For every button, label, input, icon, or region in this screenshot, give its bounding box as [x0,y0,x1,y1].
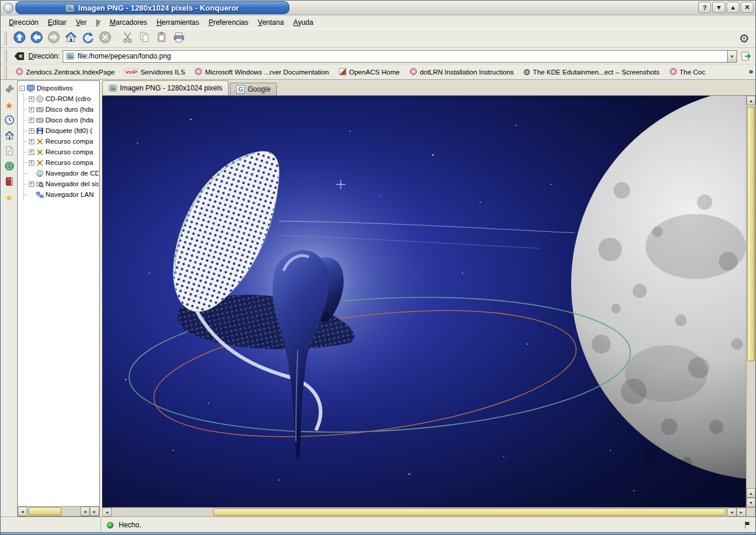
tree-item-hdd2[interactable]: + Disco duro (hda [24,115,99,125]
bookmark-the-coc[interactable]: The Coc [664,67,710,77]
menu-preferencias[interactable]: Preferencias [204,17,253,28]
sidebar-network-button[interactable] [3,161,15,173]
image-viewport[interactable] [102,96,746,507]
menu-ayuda[interactable]: Ayuda [289,17,318,28]
expander-icon[interactable]: + [29,128,34,134]
cut-button[interactable] [119,30,136,47]
location-input[interactable]: file:/home/pepesan/fondo.png [63,50,727,63]
menu-marcadores[interactable]: Marcadores [105,17,152,28]
cut-icon [121,31,134,46]
scroll-thumb[interactable] [213,508,726,516]
back-button[interactable] [28,30,45,47]
shared-resource-icon [36,148,44,156]
menu-direccion[interactable]: Dirección [4,17,43,28]
bookmark-servidores-ils[interactable]: VoIP Servidores ILS [119,69,190,76]
tab-google[interactable]: G Google [230,83,277,95]
sidebar-services-button[interactable]: ★ [3,192,15,204]
bookmark-kde-edutainment[interactable]: ⚙ The KDE Edutainmen...ect -- Screenshot… [519,68,664,76]
minimize-button[interactable]: ▾ [712,2,725,13]
expander-icon[interactable]: + [29,107,34,112]
expander-icon[interactable]: + [29,160,34,166]
scroll-left-button[interactable]: ◄ [18,507,27,516]
expander-icon[interactable]: + [29,96,34,102]
menu-ir[interactable]: Ir [91,17,105,28]
scroll-track[interactable] [747,105,755,488]
bookmarksbar-grip[interactable] [4,65,7,79]
tree-item-system-browser[interactable]: + Navegador del sis [24,179,99,189]
tree-horizontal-scrollbar: ◄ ◄ ► [18,506,99,516]
maximize-button[interactable]: ▴ [726,2,739,13]
stop-button[interactable] [96,30,113,47]
tree-item-floppy[interactable]: + Disquete (fd0) ( [24,125,99,136]
bookmark-openacs[interactable]: OpenACS Home [334,67,405,77]
window-menu-button[interactable] [4,3,14,13]
tree-root-dispositivos[interactable]: - Dispositivos [19,83,99,93]
up-button[interactable] [11,30,28,47]
sidebar-root-button[interactable] [3,176,15,189]
toolbar-grip[interactable] [4,31,7,46]
kde-gear-logo-icon[interactable]: ⚙ [739,33,750,44]
bookmark-zendocs[interactable]: Zendocs.Zentrack.IndexPage [11,67,119,77]
scroll-thumb[interactable] [28,507,61,515]
paste-button[interactable] [153,30,170,47]
scroll-left-button[interactable]: ◄ [102,508,112,517]
menu-editar[interactable]: Editar [43,17,71,28]
expander-icon[interactable]: + [29,181,34,187]
window-title: Imagen PNG - 1280x1024 pixels - Konquero… [78,4,239,12]
forward-button[interactable] [45,30,62,47]
tree-item-share3[interactable]: + Recurso compa [24,157,99,168]
location-label: Dirección: [28,52,60,60]
lan-browser-icon [36,191,44,199]
caption[interactable]: Imagen PNG - 1280x1024 pixels - Konquero… [15,1,289,14]
close-button[interactable]: ✕ [741,2,754,13]
scroll-down-button[interactable]: ▼ [747,498,755,507]
expander-icon[interactable]: + [29,150,34,155]
scroll-thumb[interactable] [747,107,755,361]
scroll-up-button[interactable]: ▲ [747,96,755,105]
expander-icon[interactable]: - [19,86,25,91]
scroll-left-button[interactable]: ◄ [727,508,737,517]
scroll-right-button[interactable]: ► [90,507,99,516]
tree-item-share2[interactable]: + Recurso compa [24,147,99,157]
bookmark-dotlrn[interactable]: dotLRN Installation Instructions [405,67,519,77]
tab-imagen-png[interactable]: Imagen PNG - 1280x1024 pixels [102,80,229,95]
statusbar-flag-icon[interactable] [744,521,752,529]
bookmarks-overflow-chevron[interactable]: » [749,67,753,76]
sidebar-home-button[interactable] [3,130,15,142]
scroll-up-button[interactable]: ▲ [747,488,755,498]
home-button[interactable] [62,30,79,47]
locationbar-grip[interactable] [4,49,7,63]
up-icon [13,31,26,46]
location-dropdown-button[interactable]: ▼ [727,50,737,63]
expander-icon[interactable]: + [29,139,34,144]
menu-ventana[interactable]: Ventana [253,17,289,28]
reload-button[interactable] [79,30,96,47]
tree-item-hdd1[interactable]: + Disco duro (hda [24,104,99,115]
help-button[interactable]: ? [698,2,711,13]
google-icon: G [236,85,245,93]
clear-location-button[interactable] [14,50,25,62]
sidebar-history-button[interactable] [3,115,15,127]
tree-item-lan-browser[interactable]: Navegador LAN [24,189,99,200]
shared-resource-icon [36,159,44,167]
sidebar-config-button[interactable] [3,84,15,96]
arrow-left-icon: ◄ [21,510,25,514]
tree-item-cdrom[interactable]: + CD-ROM (cdro [24,93,99,104]
reload-icon [82,31,94,46]
go-button[interactable] [740,50,752,62]
tree-item-share1[interactable]: + Recurso compa [24,136,99,147]
location-combobox: file:/home/pepesan/fondo.png ▼ [63,50,737,63]
scroll-track[interactable] [112,508,727,517]
sidebar-documents-button[interactable] [3,145,15,158]
scroll-left-button[interactable]: ◄ [80,507,90,516]
bookmark-microsoft[interactable]: Microsoft Windows ...rver Documentation [190,67,334,77]
tree-item-cd-browser[interactable]: Navegador de CD [24,168,99,179]
copy-button[interactable] [136,30,153,47]
print-button[interactable] [170,30,187,47]
menu-ver[interactable]: Ver [71,17,91,28]
menu-herramientas[interactable]: Herramientas [152,17,204,28]
sidebar-bookmarks-button[interactable]: ★ [3,99,15,112]
scroll-track[interactable] [27,507,80,516]
scroll-right-button[interactable]: ► [737,508,746,517]
expander-icon[interactable]: + [29,118,34,123]
